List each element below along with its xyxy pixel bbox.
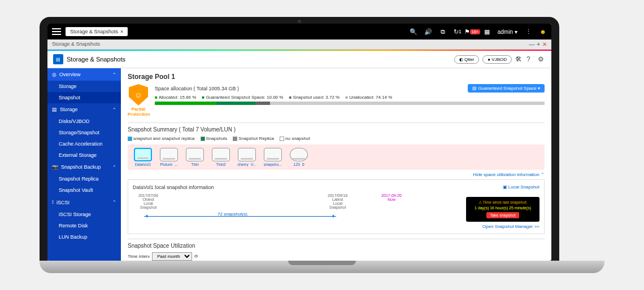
filter-snapshots[interactable]: Snapshots xyxy=(201,136,228,141)
close-icon[interactable]: × xyxy=(120,29,123,34)
sidebar-item-storage-snapshot[interactable]: Storage/Snapshot xyxy=(47,127,121,138)
time-since-tooltip: ⚠ Time since last snapshot: 1 day(s) 16 … xyxy=(466,197,539,222)
volume-thin2[interactable]: Thin2 xyxy=(209,148,233,166)
sidebar-item-storage[interactable]: Storage xyxy=(47,81,121,92)
vjbod-button[interactable]: ● VJBOD xyxy=(482,55,512,64)
sidebar-section-iscsi[interactable]: ⟟ iSCSI⌃ xyxy=(47,196,121,209)
tab-label: Storage & Snapshots xyxy=(70,29,118,34)
now-marker: 2017-09-20Now xyxy=(381,194,402,209)
allocation-title: Space allocation ( Total 1005.34 GB ) xyxy=(155,86,239,91)
app-header: ▤ Storage & Snapshots ◐ Qtier ● VJBOD 🛠 … xyxy=(47,51,551,68)
tools-icon[interactable]: 🛠 xyxy=(515,55,523,63)
user-menu[interactable]: admin ▾ xyxy=(498,29,517,35)
filter-both[interactable]: snapshot and snapshot replica xyxy=(128,136,195,141)
sidebar-section-storage[interactable]: ▤ Storage⌃ xyxy=(47,103,121,116)
latest-snapshot: 2017/09/18Latest Local Snapshot xyxy=(328,194,347,209)
volume-lun-123[interactable]: 123_0 xyxy=(287,148,311,166)
sidebar-item-replica[interactable]: Snapshot Replica xyxy=(47,173,121,184)
timeline-title: DataVol1 local snapshot information xyxy=(133,184,214,190)
notification-icon[interactable]: ⚑18+ xyxy=(468,28,476,36)
sidebar-item-cache[interactable]: Cache Acceleration xyxy=(47,138,121,150)
app-icon: ▤ xyxy=(53,54,63,64)
sidebar: ◎ Overview⌃ Storage Snapshot ▤ Storage⌃ … xyxy=(47,68,121,261)
volume-row: DataVol1 Picture_... Thin Thin2 cherry_V… xyxy=(128,144,545,170)
os-topbar: Storage & Snapshots × 🔍 🔊 ⧉ ↻1 ⚑18+ ▦ ad… xyxy=(47,24,551,39)
hide-info-link[interactable]: Hide space utilization information ⌃ xyxy=(128,172,545,177)
webcam xyxy=(298,20,301,23)
sidebar-section-overview[interactable]: ◎ Overview⌃ xyxy=(47,68,121,81)
menu-icon[interactable] xyxy=(52,28,61,35)
sync-icon[interactable]: ↻1 xyxy=(454,28,462,36)
summary-title: Snapshot Summary ( Total 7 Volume/LUN ) xyxy=(128,122,545,133)
shield-icon: ☺ xyxy=(129,84,148,106)
help-icon[interactable]: ☻ xyxy=(539,28,547,36)
sidebar-item-snapshot[interactable]: Snapshot xyxy=(47,92,121,103)
volume-icon[interactable]: 🔊 xyxy=(424,28,432,36)
allocation-legend: Allocated: 15.86 % Guaranteed Snapshot S… xyxy=(155,95,545,100)
snapshot-count-link[interactable]: 72 snapshot(s) xyxy=(217,212,247,217)
gss-button[interactable]: ▤ Guaranteed Snapshot Space ▾ xyxy=(468,84,545,93)
volume-cherry[interactable]: cherry_V... xyxy=(235,148,259,166)
filter-replica[interactable]: Snapshot Replica xyxy=(233,136,274,141)
sidebar-item-remote-disk[interactable]: Remote Disk xyxy=(47,220,121,231)
volume-datavol1[interactable]: DataVol1 xyxy=(131,148,155,166)
more-icon[interactable]: ⋮ xyxy=(524,28,532,36)
sidebar-item-iscsi-storage[interactable]: iSCSI Storage xyxy=(47,209,121,220)
main-content: Storage Pool 1 ☺ Partial Protection Spac… xyxy=(121,68,551,261)
open-manager-link[interactable]: Open Snapshot Manager >> xyxy=(133,224,539,229)
sidebar-section-backup[interactable]: 📷 Snapshot Backup⌃ xyxy=(47,161,121,173)
interval-select[interactable]: Past month xyxy=(152,252,192,261)
close-icon[interactable]: ✕ xyxy=(542,41,547,47)
sidebar-item-vault[interactable]: Snapshot Vault xyxy=(47,184,121,196)
sidebar-item-external[interactable]: External Storage xyxy=(47,150,121,161)
allocation-bar xyxy=(155,102,545,105)
app-title: Storage & Snapshots xyxy=(67,56,125,63)
timeline-box: DataVol1 local snapshot information ▣ Lo… xyxy=(128,179,545,234)
oldest-snapshot: 2017/07/06Oldest Local Snapshot xyxy=(138,194,158,209)
app-tab[interactable]: Storage & Snapshots × xyxy=(66,27,128,36)
utilization-title: Snapshot Space Utilization xyxy=(128,239,545,249)
pool-title: Storage Pool 1 xyxy=(128,73,545,81)
search-icon[interactable]: 🔍 xyxy=(410,28,417,36)
dashboard-icon[interactable]: ▦ xyxy=(483,28,491,36)
take-snapshot-button[interactable]: Take snapshot xyxy=(486,212,519,218)
volume-picture[interactable]: Picture_... xyxy=(157,148,181,166)
help-icon[interactable]: ? xyxy=(526,55,534,63)
sidebar-item-disks[interactable]: Disks/VJBOD xyxy=(47,116,121,127)
volume-thin[interactable]: Thin xyxy=(183,148,207,166)
filter-none[interactable]: no snapshot xyxy=(280,136,310,141)
refresh-icon[interactable]: ⟳ xyxy=(194,254,198,259)
local-snapshot-badge: ▣ Local Snapshot xyxy=(503,184,539,190)
interval-label: Time interv xyxy=(128,254,150,259)
volume-snapsho[interactable]: snapsho... xyxy=(261,148,285,166)
breadcrumb: Storage & Snapshots — + ✕ xyxy=(47,39,551,50)
protection-shield: ☺ Partial Protection xyxy=(128,84,149,117)
sidebar-item-lun-backup[interactable]: LUN Backup xyxy=(47,231,121,243)
qtier-button[interactable]: ◐ Qtier xyxy=(454,55,480,64)
maximize-icon[interactable]: + xyxy=(537,41,540,47)
gear-icon[interactable]: ⚙ xyxy=(538,55,546,63)
devices-icon[interactable]: ⧉ xyxy=(439,28,447,36)
minimize-icon[interactable]: — xyxy=(529,41,534,47)
filter-row: snapshot and snapshot replica Snapshots … xyxy=(128,136,545,141)
